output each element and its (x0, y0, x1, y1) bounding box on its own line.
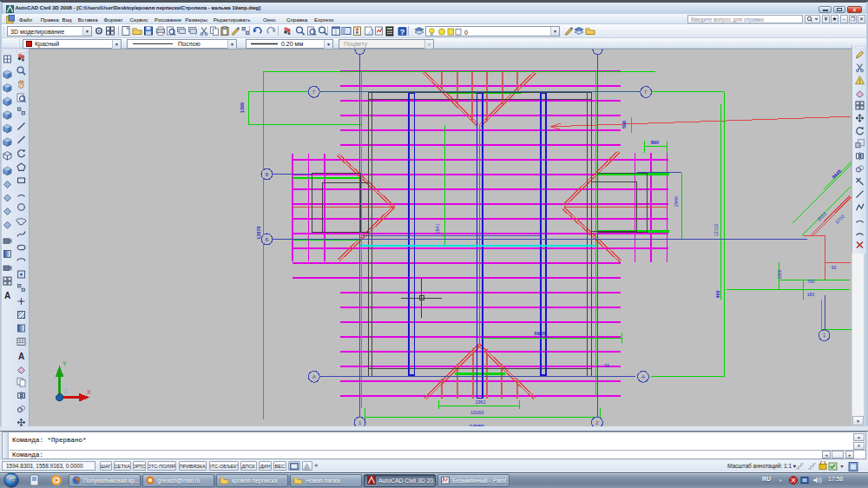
svg-text:Z: Z (64, 388, 69, 394)
svg-text:5700: 5700 (834, 214, 845, 225)
svg-text:!: ! (859, 78, 861, 84)
svg-text:12110: 12110 (713, 224, 719, 237)
svg-text:А: А (641, 374, 645, 379)
svg-text:Б: Б (266, 237, 269, 242)
svg-text:9449: 9449 (831, 168, 842, 180)
svg-text:A: A (18, 352, 24, 361)
svg-text:93: 93 (832, 265, 837, 270)
svg-text:2361: 2361 (475, 399, 485, 405)
svg-text:A: A (4, 291, 10, 300)
svg-text:5965: 5965 (534, 331, 546, 336)
svg-text:13070: 13070 (256, 226, 261, 239)
svg-text:В: В (265, 172, 268, 177)
svg-text:93: 93 (604, 363, 609, 368)
svg-text:596: 596 (621, 121, 627, 129)
svg-text:X: X (87, 389, 91, 395)
svg-text:1399: 1399 (240, 102, 245, 113)
svg-text:890: 890 (651, 140, 659, 145)
svg-text:Y: Y (62, 360, 67, 366)
svg-text:400: 400 (715, 290, 720, 298)
svg-text:180: 180 (807, 292, 815, 297)
svg-text:2940: 2940 (674, 196, 679, 207)
svg-text:?: ? (400, 28, 405, 36)
svg-text:1200: 1200 (777, 269, 782, 279)
svg-text:700: 700 (807, 279, 815, 284)
svg-text:А: А (312, 374, 316, 379)
svg-text:0: 0 (464, 29, 468, 35)
svg-text:10160: 10160 (470, 410, 483, 415)
svg-text:1541: 1541 (435, 223, 440, 234)
